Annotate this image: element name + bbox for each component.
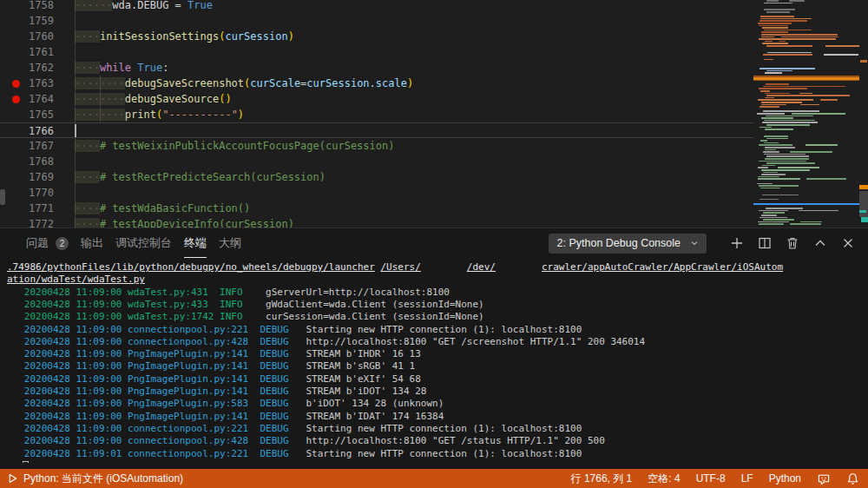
minimap[interactable] xyxy=(753,0,859,228)
terminal-text: 20200428 11:09:01 connectionpool.py:221 … xyxy=(7,448,289,459)
code-editor[interactable]: 1758······wda.DEBUG = True17591760····in… xyxy=(0,0,753,228)
tab-debug-console[interactable]: 调试控制台 xyxy=(115,229,172,258)
code-text: ········debugSaveSource() xyxy=(75,91,232,107)
code-line[interactable]: 1771····# testWdaBasicFunction() xyxy=(0,201,753,216)
code-token: = xyxy=(175,0,187,11)
terminal-text: 20200428 11:09:00 wdaTest.py:431 INFO xyxy=(7,287,243,298)
file-path-link[interactable]: crawler/appAutoCrawler/AppCrawler/iOSAut… xyxy=(542,261,783,273)
code-text: ····while True: xyxy=(75,60,168,76)
close-panel-button[interactable] xyxy=(837,233,859,254)
line-number[interactable]: 1765 xyxy=(19,107,54,122)
line-number[interactable]: 1762 xyxy=(19,60,54,76)
terminal-text: Starting new HTTP connection (1): localh… xyxy=(289,324,582,335)
file-path-link[interactable]: ation/wdaTest/wdaTest.py xyxy=(7,274,145,285)
terminal-output[interactable]: .74986/pythonFiles/lib/python/debugpy/no… xyxy=(7,261,861,463)
code-token: ) xyxy=(238,109,244,121)
code-line[interactable]: 1763········debugSaveScreenshot(curScale… xyxy=(0,76,753,91)
code-line[interactable]: 1772····# testAppDeviceInfo(curSession) xyxy=(0,216,753,228)
tab-outline[interactable]: 大纲 xyxy=(219,229,241,258)
cursor-position[interactable]: 行 1766, 列 1 xyxy=(571,472,633,486)
indent-guide xyxy=(75,154,76,169)
code-text: ········print("----------") xyxy=(75,107,244,122)
code-token: "----------" xyxy=(162,109,238,121)
eol-setting[interactable]: LF xyxy=(741,472,753,485)
file-path-link[interactable]: /dev/ xyxy=(467,261,496,273)
code-text: ········debugSaveScreenshot(curScale=cur… xyxy=(75,76,413,91)
code-line[interactable]: 1761 xyxy=(0,44,753,60)
window-edge-artifact xyxy=(0,189,5,205)
code-token: ···· xyxy=(75,62,100,74)
notifications-button[interactable] xyxy=(846,472,859,485)
line-number[interactable]: 1766 xyxy=(19,123,54,139)
code-line[interactable]: 1762····while True: xyxy=(0,60,753,76)
code-token: True xyxy=(187,0,213,11)
terminal-text: 20200428 11:09:00 connectionpool.py:428 … xyxy=(7,336,289,347)
line-number[interactable]: 1771 xyxy=(19,201,54,216)
terminal-text: curSession=wda.Client (sessionId=None) xyxy=(243,311,484,322)
code-token: ···· xyxy=(75,202,100,214)
line-number[interactable]: 1770 xyxy=(19,185,54,201)
code-line[interactable]: 1768 xyxy=(0,154,753,169)
terminal-text xyxy=(421,261,467,273)
debug-launch-config[interactable]: Python: 当前文件 (iOSAutomation) xyxy=(0,472,183,486)
code-token: debugSaveScreenshot xyxy=(125,77,244,89)
indentation-setting[interactable]: 空格: 4 xyxy=(648,472,680,486)
feedback-smiley-icon xyxy=(817,472,831,485)
terminal-text: 20200428 11:09:00 PngImagePlugin.py:141 … xyxy=(7,348,289,359)
terminal-line: 20200428 11:09:00 PngImagePlugin.py:141 … xyxy=(7,348,421,360)
line-number[interactable]: 1758 xyxy=(19,0,54,13)
line-number[interactable]: 1768 xyxy=(19,154,54,169)
code-token: ······ xyxy=(75,0,112,11)
terminal-line: 20200428 11:09:00 PngImagePlugin.py:583 … xyxy=(7,398,444,410)
tab-label: 问题 xyxy=(26,235,49,251)
overview-ruler[interactable] xyxy=(859,0,868,228)
file-path-link[interactable]: .74986/pythonFiles/lib/python/debugpy/no… xyxy=(7,261,375,273)
line-number[interactable]: 1767 xyxy=(19,138,54,154)
line-number[interactable]: 1769 xyxy=(19,169,54,185)
panel-tabs: 问题2输出调试控制台终端大纲 xyxy=(26,228,253,258)
code-token: () xyxy=(219,93,231,105)
tab-terminal[interactable]: 终端 xyxy=(184,229,207,258)
code-line[interactable]: 1767····# testWeixinPublickAccountFocusP… xyxy=(0,138,753,154)
terminal-text: 20200428 11:09:00 PngImagePlugin.py:583 … xyxy=(7,398,289,409)
new-terminal-button[interactable] xyxy=(726,233,748,254)
code-line[interactable]: 1769····# testRectPredicteSearch(curSess… xyxy=(0,169,753,185)
maximize-panel-button[interactable] xyxy=(809,233,832,254)
code-line[interactable]: 1766 xyxy=(0,122,753,138)
line-number[interactable]: 1764 xyxy=(19,91,54,107)
terminal-text: STREAM b'eXIf' 54 68 xyxy=(289,373,421,385)
code-token: while xyxy=(100,62,137,74)
code-line[interactable]: 1759 xyxy=(0,13,753,29)
status-bar: Python: 当前文件 (iOSAutomation) 行 1766, 列 1… xyxy=(0,469,868,488)
feedback-button[interactable] xyxy=(817,472,831,485)
ruler-mark xyxy=(859,185,868,189)
file-path-link[interactable]: /Users/ xyxy=(380,261,420,273)
line-number[interactable]: 1763 xyxy=(19,76,54,91)
vscode-window: 1758······wda.DEBUG = True17591760····in… xyxy=(0,0,868,488)
code-token: True xyxy=(137,62,162,74)
scrollbar-slider[interactable] xyxy=(859,191,868,217)
language-mode[interactable]: Python xyxy=(769,472,801,485)
line-number[interactable]: 1759 xyxy=(19,13,54,29)
terminal-line: 20200428 11:09:00 connectionpool.py:221 … xyxy=(7,423,582,435)
code-line[interactable]: 1765········print("----------") xyxy=(0,107,753,122)
terminal-text: 20200428 11:09:00 wdaTest.py:1742 INFO xyxy=(7,311,243,322)
terminal-text: STREAM b'IDAT' 174 16384 xyxy=(289,411,444,422)
kill-terminal-button[interactable] xyxy=(781,233,804,254)
line-number[interactable]: 1772 xyxy=(19,216,54,228)
terminal-selector-dropdown[interactable]: 2: Python Debug Console xyxy=(549,234,707,254)
code-line[interactable]: 1760····initSessionSettings(curSession) xyxy=(0,29,753,44)
tab-problems[interactable]: 问题2 xyxy=(26,229,69,258)
line-number[interactable]: 1760 xyxy=(19,29,54,44)
terminal-text: Starting new HTTP connection (1): localh… xyxy=(289,423,582,434)
code-token: ········ xyxy=(75,109,125,121)
split-terminal-button[interactable] xyxy=(753,233,776,254)
code-line[interactable]: 1764········debugSaveSource() xyxy=(0,91,753,107)
file-encoding[interactable]: UTF-8 xyxy=(696,472,726,485)
code-line[interactable]: 1758······wda.DEBUG = True xyxy=(0,0,753,13)
split-icon xyxy=(758,236,772,250)
line-number[interactable]: 1761 xyxy=(19,44,54,60)
terminal-selector-value: 2: Python Debug Console xyxy=(557,237,681,249)
code-line[interactable]: 1770 xyxy=(0,185,753,201)
tab-output[interactable]: 输出 xyxy=(81,229,103,258)
